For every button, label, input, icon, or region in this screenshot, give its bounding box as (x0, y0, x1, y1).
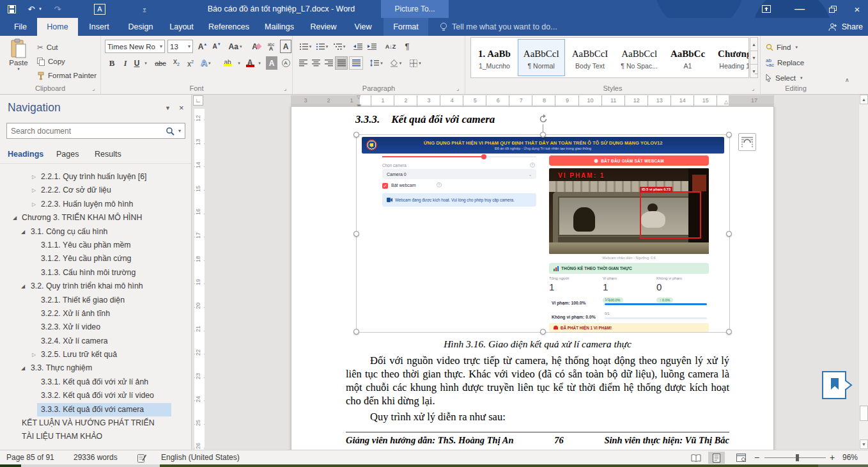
tab-references[interactable]: References (202, 18, 256, 36)
heading-item[interactable]: 3.1. Công cụ cấu hình (0, 225, 192, 239)
find-button[interactable]: Find▾ (766, 41, 798, 54)
distributed-button[interactable] (349, 56, 363, 70)
tab-layout[interactable]: Layout (162, 18, 201, 36)
resize-handle-se[interactable] (726, 329, 732, 335)
contextual-tab-group[interactable]: Picture To... (381, 0, 449, 18)
borders-button[interactable]: ▾ (407, 56, 424, 70)
heading-item[interactable]: 3.2.3. Xử lí video (0, 321, 192, 334)
character-shading-button[interactable]: A (266, 56, 277, 70)
align-center-button[interactable] (309, 56, 322, 70)
heading-item[interactable]: 3.2.2. Xử lí ảnh tĩnh (0, 307, 192, 321)
heading-item[interactable]: 3.1.3. Cấu hình môi trường (0, 266, 192, 280)
heading-item[interactable]: 3.2.5. Lưu trữ kết quả (0, 348, 192, 361)
heading-item[interactable]: Chương 3. TRIỂN KHAI MÔ HÌNH (0, 211, 192, 225)
expand-collapse-icon[interactable] (32, 170, 36, 184)
paragraph-dialog-launcher[interactable]: ⌟ (456, 86, 459, 91)
styles-gallery-scroll[interactable]: ▲▼▼̲ (750, 37, 758, 78)
increase-indent-button[interactable] (366, 40, 378, 53)
align-left-button[interactable] (297, 56, 309, 70)
heading-item[interactable]: 3.3.3. Kết quả đối với camera (0, 403, 192, 416)
scroll-down-icon[interactable]: ▼ (860, 439, 868, 449)
style-item[interactable]: AaBbCcI Body Text (566, 39, 614, 76)
heading-item[interactable]: KẾT LUẬN VÀ HƯỚNG PHÁT TRIỂN (0, 416, 192, 430)
grow-font-button[interactable]: A▲ (196, 40, 210, 53)
tab-home[interactable]: Home (37, 18, 78, 36)
read-mode-button[interactable] (688, 452, 704, 464)
tab-view[interactable]: View (345, 18, 381, 36)
undo-dropdown-icon[interactable]: ▾ (37, 2, 43, 16)
replace-button[interactable]: ab⤷ac Replace (766, 56, 804, 69)
heading-item[interactable]: 3.3.2. Kết quả đối với xử lí video (0, 389, 192, 402)
nav-tab-results[interactable]: Results (95, 150, 121, 159)
zoom-in-button[interactable]: + (830, 450, 835, 464)
zoom-level[interactable]: 96% (842, 450, 858, 464)
resize-handle-n[interactable] (540, 132, 546, 138)
subscript-button[interactable]: x2 (170, 56, 183, 70)
resize-handle-sw[interactable] (353, 329, 359, 335)
rotate-handle-icon[interactable] (538, 114, 548, 124)
paste-button[interactable]: Paste ▾ (4, 38, 33, 83)
search-input[interactable]: Search document ▾ (6, 123, 185, 139)
resize-handle-ne[interactable] (726, 132, 732, 138)
superscript-button[interactable]: x2 (184, 56, 197, 70)
language-indicator[interactable]: English (United States) (161, 450, 240, 464)
heading-item[interactable]: 3.1.1. Yêu cầu phần mềm (0, 239, 192, 252)
format-painter-button[interactable]: Format Painter (37, 69, 97, 82)
shading-button[interactable]: ▾ (387, 56, 404, 70)
styles-qat-icon[interactable]: A (92, 2, 107, 16)
zoom-out-button[interactable]: − (754, 450, 759, 464)
style-item[interactable]: AaBbCc A1 (665, 39, 711, 76)
font-color-dropdown-icon[interactable]: ▾ (256, 56, 262, 70)
font-dialog-launcher[interactable]: ⌟ (284, 86, 286, 91)
bullets-button[interactable]: ▾ (298, 40, 313, 53)
page-indicator[interactable]: Page 85 of 91 (6, 450, 54, 464)
multilevel-list-button[interactable]: ▾ (331, 40, 348, 53)
underline-button[interactable]: U (132, 56, 142, 70)
vertical-scrollbar[interactable]: ▲ ▼ (858, 95, 868, 450)
heading-item[interactable]: 2.2.2. Cơ sở dữ liệu (0, 184, 192, 197)
line-spacing-button[interactable]: ▾ (368, 56, 385, 70)
change-case-button[interactable]: Aa▾ (226, 40, 244, 53)
phonetic-guide-button[interactable]: abcA (265, 40, 277, 53)
font-name-combo[interactable]: Times New Ro▾ (105, 40, 165, 53)
share-button[interactable]: Share (828, 18, 863, 36)
numbering-button[interactable]: ▾ (314, 40, 330, 53)
expand-collapse-icon[interactable] (32, 198, 36, 211)
zoom-slider-track[interactable] (764, 457, 826, 458)
web-layout-button[interactable] (732, 452, 749, 464)
heading-item[interactable]: 3.2.1. Thiết kế giao diện (0, 294, 192, 307)
document-page[interactable]: 3.3.3.Kết quả đối với camera ỨNG DỤNG PH… (291, 106, 774, 450)
resize-handle-e[interactable] (726, 231, 732, 237)
justify-button[interactable] (335, 56, 348, 70)
layout-options-button[interactable] (738, 133, 756, 151)
style-item[interactable]: AaBbCcl ¶ No Spac... (615, 39, 663, 76)
resize-handle-w[interactable] (353, 231, 359, 237)
heading-item[interactable]: 3.3. Thực nghiệm (0, 361, 192, 375)
nav-tab-pages[interactable]: Pages (56, 150, 79, 159)
tab-design[interactable]: Design (120, 18, 161, 36)
decrease-indent-button[interactable] (352, 40, 364, 53)
search-dropdown-icon[interactable]: ▾ (178, 128, 181, 134)
zoom-slider-thumb[interactable] (796, 454, 799, 461)
styles-dialog-launcher[interactable]: ⌟ (752, 86, 754, 91)
expand-collapse-icon[interactable] (32, 348, 36, 361)
tab-mailings[interactable]: Mailings (257, 18, 302, 36)
heading-item[interactable]: 2.2.3. Huấn luyện mô hình (0, 198, 192, 211)
style-item[interactable]: Chương Heading 1 (712, 39, 749, 76)
ribbon-display-options-icon[interactable] (754, 0, 779, 18)
tab-review[interactable]: Review (303, 18, 344, 36)
highlight-dropdown-icon[interactable]: ▾ (235, 56, 242, 70)
resize-handle-nw[interactable] (353, 132, 359, 138)
expand-collapse-icon[interactable] (21, 361, 25, 375)
selected-picture[interactable]: ỨNG DỤNG PHÁT HIỆN VI PHẠM QUY ĐỊNH THẮT… (357, 135, 729, 332)
font-color-button[interactable]: A (244, 56, 256, 70)
expand-collapse-icon[interactable] (21, 280, 25, 293)
heading-item[interactable]: 2.2.1. Quy trình huấn luyện [6] (0, 170, 192, 184)
first-line-indent-marker[interactable]: ▽ (357, 95, 360, 100)
print-layout-button[interactable] (708, 452, 725, 464)
proofing-status-icon[interactable] (137, 454, 147, 463)
tell-me-box[interactable]: Tell me what you want to do... (440, 18, 557, 36)
save-icon[interactable] (4, 2, 19, 16)
bold-button[interactable]: B (106, 56, 118, 70)
font-name-dropdown-icon[interactable]: ▾ (160, 44, 162, 49)
